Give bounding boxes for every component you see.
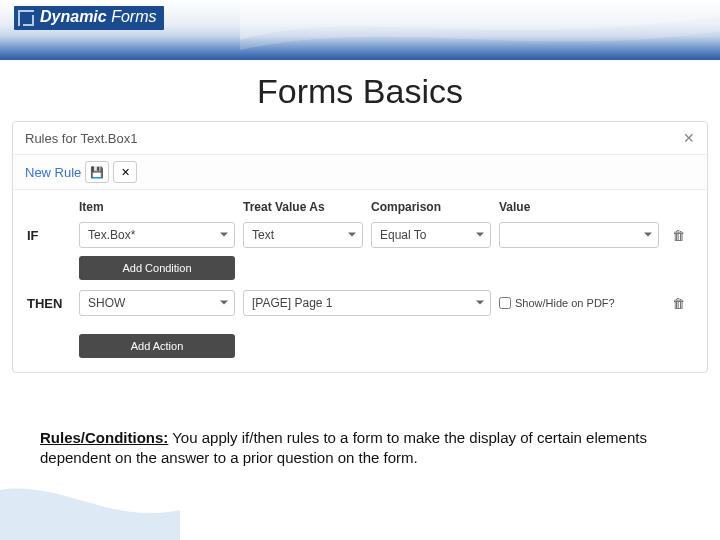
caption-lead: Rules/Conditions: bbox=[40, 429, 168, 446]
rules-panel: Rules for Text.Box1 ✕ New Rule 💾 ✕ Item … bbox=[12, 121, 708, 373]
logo-glyph-icon bbox=[18, 10, 34, 26]
delete-condition-button[interactable]: 🗑 bbox=[667, 224, 689, 246]
delete-action-button[interactable]: 🗑 bbox=[667, 292, 689, 314]
caption-text: Rules/Conditions: You apply if/then rule… bbox=[40, 428, 680, 469]
col-value: Value bbox=[499, 200, 659, 214]
header-wave bbox=[240, 0, 720, 60]
logo-text-rest: Forms bbox=[107, 8, 157, 25]
condition-value-select[interactable] bbox=[499, 222, 659, 248]
new-rule-link[interactable]: New Rule bbox=[25, 165, 81, 180]
expand-icon: ✕ bbox=[121, 166, 130, 179]
pdf-checkbox-input[interactable] bbox=[499, 297, 511, 309]
col-item: Item bbox=[79, 200, 235, 214]
save-button[interactable]: 💾 bbox=[85, 161, 109, 183]
pdf-checkbox-label: Show/Hide on PDF? bbox=[515, 297, 615, 309]
condition-treat-select[interactable]: Text bbox=[243, 222, 363, 248]
panel-title: Rules for Text.Box1 bbox=[25, 131, 137, 146]
add-action-button[interactable]: Add Action bbox=[79, 334, 235, 358]
save-icon: 💾 bbox=[90, 166, 104, 179]
add-condition-button[interactable]: Add Condition bbox=[79, 256, 235, 280]
logo-text-bold: Dynamic bbox=[40, 8, 107, 25]
footer-wave bbox=[0, 480, 180, 540]
close-icon[interactable]: ✕ bbox=[683, 130, 695, 146]
if-label: IF bbox=[27, 228, 71, 243]
action-target-select[interactable]: [PAGE] Page 1 bbox=[243, 290, 491, 316]
col-treat: Treat Value As bbox=[243, 200, 363, 214]
trash-icon: 🗑 bbox=[672, 228, 685, 243]
show-hide-pdf-checkbox[interactable]: Show/Hide on PDF? bbox=[499, 297, 659, 309]
action-verb-select[interactable]: SHOW bbox=[79, 290, 235, 316]
brand-logo: Dynamic Forms bbox=[14, 6, 164, 30]
condition-item-select[interactable]: Tex.Box* bbox=[79, 222, 235, 248]
condition-comparison-select[interactable]: Equal To bbox=[371, 222, 491, 248]
col-comparison: Comparison bbox=[371, 200, 491, 214]
collapse-button[interactable]: ✕ bbox=[113, 161, 137, 183]
header-banner: Dynamic Forms bbox=[0, 0, 720, 60]
page-title: Forms Basics bbox=[0, 72, 720, 111]
trash-icon: 🗑 bbox=[672, 296, 685, 311]
then-label: THEN bbox=[27, 296, 71, 311]
